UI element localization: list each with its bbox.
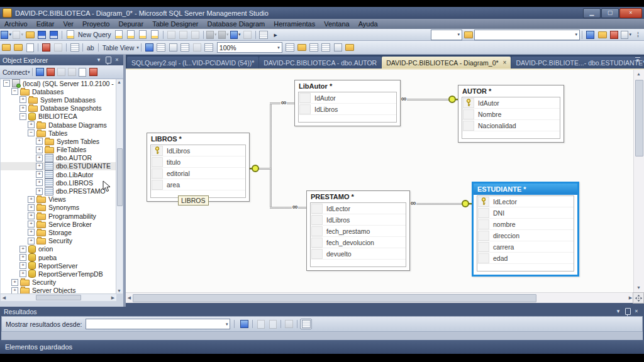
expand-icon[interactable]: + xyxy=(36,188,43,195)
find-in-files-icon[interactable] xyxy=(585,30,596,40)
delete-icon[interactable] xyxy=(89,67,98,77)
object-explorer-horizontal-scrollbar[interactable]: ◀ ▶ xyxy=(1,293,116,301)
scroll-right-icon[interactable]: ▶ xyxy=(109,295,116,300)
tree-item-service-broker[interactable]: +Service Broker xyxy=(1,220,116,228)
scroll-left-icon[interactable]: ◀ xyxy=(126,295,133,300)
relationship-line[interactable] xyxy=(270,207,306,209)
diagram-table-prestamo[interactable]: PRESTAMO *IdLectorIdLibrosfech_prestamof… xyxy=(306,190,410,271)
column-row-idlibros[interactable]: IdLibros xyxy=(311,214,406,226)
menu-item-editar[interactable]: Editar xyxy=(32,19,59,28)
table-header[interactable]: ESTUDIANTE * xyxy=(474,184,577,195)
expand-icon[interactable]: + xyxy=(36,146,43,153)
expand-icon[interactable]: + xyxy=(28,196,35,203)
column-row-idautor[interactable]: IdAutor xyxy=(462,97,560,109)
object-explorer-vertical-scrollbar[interactable]: ▲ ▼ xyxy=(116,79,123,293)
menu-item-ventana[interactable]: Ventana xyxy=(319,19,353,28)
menu-item-ver[interactable]: Ver xyxy=(58,19,78,28)
tab-sqlquery2-sql-l-vid-pc-david-5[interactable]: SQLQuery2.sql - (L..VID-PC\DAVID (54))* xyxy=(127,57,258,69)
tree-item-biblioteca[interactable]: −BIBLIOTECA xyxy=(1,112,116,121)
remove-table-icon[interactable] xyxy=(53,43,64,52)
column-row-dni[interactable]: DNI xyxy=(477,207,574,219)
undo-icon[interactable]: ▾ xyxy=(206,30,217,40)
maximize-button[interactable]: ▢ xyxy=(601,8,619,18)
tools-icon[interactable] xyxy=(609,30,619,40)
table-header[interactable]: LIBROS * xyxy=(147,133,249,144)
output-window-icon[interactable] xyxy=(300,319,312,329)
column-row-devuelto[interactable]: devuelto xyxy=(311,248,406,260)
expand-icon[interactable]: + xyxy=(28,238,35,244)
arrange-tables-icon[interactable] xyxy=(180,43,191,52)
menu-item-herramientas[interactable]: Herramientas xyxy=(269,19,319,28)
delete-table-icon[interactable] xyxy=(41,43,52,52)
tree-item-dbo-libros[interactable]: +dbo.LIBROS xyxy=(1,178,116,187)
tree-item-synonyms[interactable]: +Synonyms xyxy=(1,204,116,212)
spatial-indexes-icon[interactable] xyxy=(345,43,355,52)
tree-item-database-diagrams[interactable]: +Database Diagrams xyxy=(1,121,116,129)
clear-results-icon[interactable] xyxy=(284,319,294,329)
expand-icon[interactable]: + xyxy=(28,221,35,228)
expand-icon[interactable]: + xyxy=(11,279,18,286)
previous-result-icon[interactable] xyxy=(255,319,266,329)
diagram-table-libautor[interactable]: LibAutor *IdAutorIdLibros xyxy=(294,80,401,126)
new-xmla-query-icon[interactable] xyxy=(150,30,160,40)
screen-icon[interactable]: ▾ xyxy=(621,30,631,40)
toolbar-options-icon[interactable]: ⁞ xyxy=(633,30,643,40)
small-combobox[interactable]: ▾ xyxy=(431,30,462,40)
tree-item-dbo-autor[interactable]: +dbo.AUTOR xyxy=(1,154,116,162)
auto-hide-pin-icon[interactable] xyxy=(625,308,631,315)
column-row-nombre[interactable]: Nombre xyxy=(462,109,560,120)
check-constraints-icon[interactable] xyxy=(333,43,343,52)
autosize-tables-icon[interactable] xyxy=(156,43,167,52)
close-button[interactable]: × xyxy=(619,8,642,18)
new-table-icon[interactable] xyxy=(1,43,11,52)
column-row-editorial[interactable]: editorial xyxy=(151,168,245,179)
expand-icon[interactable]: + xyxy=(19,96,26,103)
save-icon[interactable] xyxy=(36,30,47,40)
collapse-icon[interactable]: − xyxy=(3,80,10,87)
window-position-icon[interactable]: ▾ xyxy=(95,57,103,63)
scrollbar-thumb[interactable] xyxy=(133,294,536,302)
tree-item-local-sql-server-11-0-2100-david[interactable]: −(local) (SQL Server 11.0.2100 - DAVID xyxy=(1,79,116,87)
stop-icon[interactable] xyxy=(57,67,66,77)
refresh-results-icon[interactable] xyxy=(239,319,250,329)
new-engine-query-icon[interactable] xyxy=(114,30,125,40)
relationships-icon[interactable] xyxy=(285,43,296,52)
menu-item-proyecto[interactable]: Proyecto xyxy=(78,19,114,28)
column-row-idlibros[interactable]: IdLibros xyxy=(299,104,396,115)
expand-icon[interactable]: + xyxy=(28,212,35,219)
open-file-icon[interactable] xyxy=(25,30,35,40)
column-row-nombre[interactable]: nombre xyxy=(477,219,574,230)
expand-icon[interactable]: + xyxy=(19,246,26,253)
search-combobox[interactable]: ▾ xyxy=(474,30,580,40)
toolbar-overflow-icon[interactable]: ▸ xyxy=(270,30,281,40)
expand-icon[interactable]: + xyxy=(36,138,43,145)
expand-icon[interactable]: + xyxy=(11,287,18,293)
minimize-button[interactable]: ▁ xyxy=(583,8,601,18)
tree-item-orion[interactable]: +orion xyxy=(1,245,116,253)
new-dmx-query-icon[interactable] xyxy=(138,30,148,40)
tree-item-server-objects[interactable]: +Server Objects xyxy=(1,287,116,293)
column-row-fech-prestamo[interactable]: fech_prestamo xyxy=(311,226,406,237)
expand-icon[interactable]: + xyxy=(36,155,43,162)
close-panel-icon[interactable]: × xyxy=(113,57,121,63)
tree-item-dbo-estudiante[interactable]: +dbo.ESTUDIANTE xyxy=(1,162,116,170)
expand-icon[interactable]: + xyxy=(28,204,35,211)
scroll-up-icon[interactable]: ▲ xyxy=(634,70,643,79)
new-connection-icon[interactable]: ▾ xyxy=(1,30,11,40)
xml-indexes-icon[interactable] xyxy=(321,43,331,52)
diagram-canvas[interactable]: ∞ ∞ ∞ ∞ LibAutor *IdAutorIdLibros AUTOR … xyxy=(126,70,634,292)
paste-icon[interactable] xyxy=(190,30,201,40)
connect-caret-icon[interactable]: ▾ xyxy=(28,70,30,75)
canvas-horizontal-scrollbar[interactable]: ◀ ▶ xyxy=(126,292,634,303)
scroll-down-icon[interactable]: ▼ xyxy=(116,288,122,293)
tab-david-pc-biblioteca-diagram-0[interactable]: DAVID-PC.BIBLIOTECA - Diagram_0*× xyxy=(382,57,511,69)
next-result-icon[interactable] xyxy=(267,319,278,329)
connect-button[interactable]: Connect xyxy=(3,69,27,76)
column-row-nacionalidad[interactable]: Nacionalidad xyxy=(462,120,560,131)
add-related-tables-icon[interactable] xyxy=(144,43,155,52)
connect-object-explorer-icon[interactable] xyxy=(35,67,45,77)
column-row-edad[interactable]: edad xyxy=(477,253,574,264)
tree-item-pueba[interactable]: +pueba xyxy=(1,253,116,261)
results-titlebar[interactable]: Resultados ▾ × xyxy=(0,307,644,316)
tree-item-databases[interactable]: −Databases xyxy=(1,87,116,96)
